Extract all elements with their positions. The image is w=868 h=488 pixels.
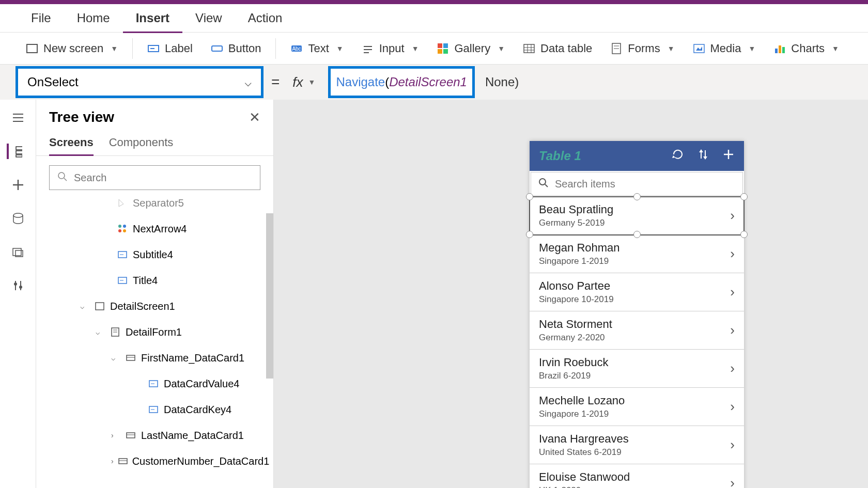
chevron-right-icon[interactable]: › (111, 457, 114, 465)
svg-marker-22 (696, 46, 702, 51)
svg-rect-52 (96, 303, 104, 310)
canvas-area[interactable]: Table 1 (274, 100, 868, 488)
tree-node-subtitle4[interactable]: Subtitle4 (36, 242, 273, 267)
svg-rect-56 (127, 355, 135, 360)
svg-rect-31 (16, 155, 22, 157)
list-item[interactable]: Mechelle Lozano Singapore 1-2019 › (530, 388, 744, 426)
list-item[interactable]: Ivana Hargreaves United States 6-2019 › (530, 426, 744, 464)
chevron-down-icon[interactable]: ⌵ (80, 302, 89, 310)
list-item[interactable]: Neta Storment Germany 2-2020 › (530, 311, 744, 350)
media-icon (693, 42, 705, 55)
list-item[interactable]: Elouise Stanwood UK 1-2020 › (530, 464, 744, 488)
label-icon (147, 42, 160, 55)
search-icon (57, 171, 68, 184)
chevron-down-icon[interactable]: ⌵ (111, 354, 120, 362)
item-subtitle: Germany 5-2019 (539, 218, 613, 228)
text-label: Text (308, 42, 329, 55)
text-icon (147, 403, 160, 416)
charts-icon (773, 42, 786, 55)
tree-node-detailform1[interactable]: ⌵ DetailForm1 (36, 319, 273, 345)
svg-rect-9 (438, 43, 442, 48)
selection-handle[interactable] (740, 193, 748, 200)
app-search-input[interactable] (555, 178, 735, 190)
app-search-box[interactable] (531, 172, 743, 196)
tools-icon[interactable] (10, 278, 26, 293)
tree-node-title4[interactable]: Title4 (36, 267, 273, 293)
tree-node-datacardkey4[interactable]: DataCardKey4 (36, 397, 273, 422)
param-name: DetailScreen1 (389, 75, 467, 89)
chevron-right-icon[interactable]: › (111, 431, 120, 439)
insert-icon[interactable] (10, 177, 26, 193)
tree-node-datacardvalue4[interactable]: DataCardValue4 (36, 371, 273, 397)
text-icon (116, 248, 129, 261)
text-button[interactable]: Abc Text ▼ (283, 38, 351, 59)
search-icon (538, 178, 549, 190)
svg-rect-3 (212, 46, 222, 51)
list-item[interactable]: Alonso Partee Singapore 10-2019 › (530, 273, 744, 311)
tree-search[interactable] (49, 165, 260, 190)
gallery-button[interactable]: Gallery ▼ (429, 38, 513, 59)
chevron-right-icon[interactable]: › (730, 284, 735, 300)
selection-handle[interactable] (633, 193, 641, 200)
equals-sign: = (271, 74, 280, 90)
tab-components[interactable]: Components (109, 131, 174, 155)
input-button[interactable]: Input ▼ (354, 38, 427, 59)
tree-node-firstname-datacard1[interactable]: ⌵ FirstName_DataCard1 (36, 345, 273, 371)
refresh-icon[interactable] (672, 148, 684, 164)
close-icon[interactable]: ✕ (249, 109, 260, 125)
menu-home[interactable]: Home (64, 11, 123, 25)
tree-node-detailscreen1[interactable]: ⌵ DetailScreen1 (36, 293, 273, 319)
charts-label: Charts (791, 42, 825, 55)
add-icon[interactable] (722, 148, 735, 164)
menu-file[interactable]: File (18, 11, 64, 25)
chevron-down-icon[interactable]: ⌵ (96, 328, 105, 336)
button-label: Button (228, 42, 261, 55)
divider (275, 38, 276, 59)
tree-node-customernumber-datacard1[interactable]: › CustomerNumber_DataCard1 (36, 448, 273, 474)
search-input[interactable] (74, 172, 252, 184)
fx-label[interactable]: fx ▼ (287, 74, 320, 90)
gallery-icon (437, 42, 449, 55)
tree-node-lastname-datacard1[interactable]: › LastName_DataCard1 (36, 422, 273, 448)
menu-view[interactable]: View (182, 11, 235, 25)
property-selector[interactable]: OnSelect ⌵ (16, 66, 264, 98)
sort-icon[interactable] (697, 148, 709, 164)
media-rail-icon[interactable] (10, 244, 26, 260)
chevron-right-icon[interactable]: › (730, 360, 735, 376)
list-item[interactable]: Megan Rohman Singapore 1-2019 › (530, 235, 744, 273)
tree-node-separator5[interactable]: Separator5 (36, 195, 273, 216)
media-label: Media (710, 42, 741, 55)
chevron-right-icon[interactable]: › (730, 322, 735, 338)
menu-action[interactable]: Action (235, 11, 296, 25)
label-button[interactable]: Label (140, 38, 200, 59)
formula-input[interactable]: Navigate(DetailScreen1 (328, 66, 474, 98)
svg-rect-30 (16, 151, 22, 154)
chevron-right-icon[interactable]: › (730, 475, 735, 488)
scrollbar[interactable] (266, 213, 273, 379)
svg-line-42 (64, 178, 67, 181)
menu-insert[interactable]: Insert (123, 11, 182, 33)
new-screen-button[interactable]: New screen ▼ (18, 38, 126, 59)
selection-handle[interactable] (526, 193, 533, 200)
tab-screens[interactable]: Screens (49, 131, 94, 156)
media-button[interactable]: Media ▼ (685, 38, 764, 59)
tree-node-nextarrow4[interactable]: NextArrow4 (36, 216, 273, 242)
list-item[interactable]: Irvin Roebuck Brazil 6-2019 › (530, 350, 744, 388)
chevron-right-icon[interactable]: › (730, 246, 735, 262)
chevron-right-icon[interactable]: › (730, 399, 735, 415)
screen-icon (94, 300, 106, 312)
list-item[interactable]: Beau Spratling Germany 5-2019 › (530, 197, 744, 235)
forms-label: Forms (628, 42, 660, 55)
card-icon (125, 352, 137, 364)
hamburger-icon[interactable] (10, 110, 26, 125)
button-button[interactable]: Button (203, 38, 269, 59)
chevron-right-icon[interactable]: › (730, 208, 735, 224)
charts-button[interactable]: Charts ▼ (766, 38, 847, 59)
data-icon[interactable] (10, 211, 26, 226)
tree-view-icon[interactable] (7, 144, 22, 159)
divider (132, 38, 133, 59)
forms-button[interactable]: Forms ▼ (602, 38, 682, 59)
data-table-label: Data table (540, 42, 592, 55)
data-table-button[interactable]: Data table (515, 38, 600, 59)
chevron-right-icon[interactable]: › (730, 437, 735, 453)
